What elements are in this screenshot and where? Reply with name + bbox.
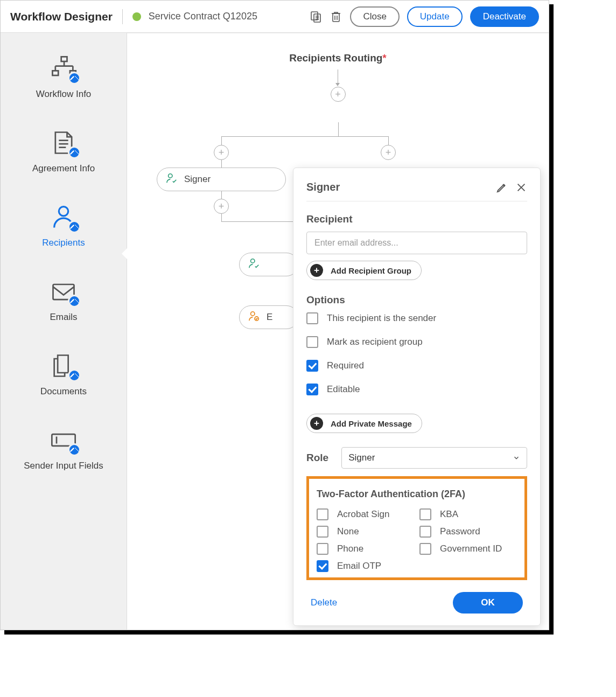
section-title: Recipients Routing* — [127, 52, 549, 64]
sidebar-item-label: Sender Input Fields — [24, 461, 103, 471]
add-node-button[interactable]: + — [381, 145, 396, 160]
svg-point-23 — [251, 259, 255, 262]
add-recipient-group-button[interactable]: + Add Recipient Group — [306, 261, 422, 280]
checkbox-icon — [306, 384, 318, 395]
checkbox-icon — [419, 508, 431, 520]
recipient-label: Recipient — [306, 213, 527, 225]
sidebar-item-emails[interactable]: Emails — [1, 277, 127, 323]
sidebar-item-documents[interactable]: Documents — [1, 352, 127, 397]
divider — [122, 9, 123, 24]
sidebar-item-agreement-info[interactable]: Agreement Info — [1, 129, 127, 174]
sidebar-item-label: Workflow Info — [36, 89, 92, 100]
pencil-badge-icon — [68, 443, 81, 456]
add-node-button[interactable]: + — [214, 145, 229, 160]
svg-rect-8 — [61, 57, 67, 61]
connector — [221, 136, 388, 137]
option-editable[interactable]: Editable — [306, 384, 527, 395]
checkbox-label: Acrobat Sign — [337, 509, 389, 520]
add-private-message-button[interactable]: + Add Private Message — [306, 414, 422, 433]
checkbox-label: Password — [440, 526, 480, 537]
sidebar: Workflow Info Agreement Info — [1, 33, 127, 630]
checkbox-label: Phone — [337, 543, 363, 554]
header-bar: Workflow Designer Service Contract Q1202… — [1, 1, 549, 33]
emails-icon — [50, 277, 78, 305]
tfa-phone[interactable]: Phone — [317, 543, 414, 555]
delete-link[interactable]: Delete — [311, 597, 337, 608]
chip-label: Add Private Message — [331, 419, 412, 428]
connector — [221, 221, 305, 222]
checkbox-label: None — [337, 526, 359, 537]
add-node-button[interactable]: + — [331, 87, 346, 102]
checkbox-icon — [317, 508, 328, 520]
active-pointer-icon — [122, 248, 127, 259]
role-value: Signer — [348, 452, 375, 463]
checkbox-icon — [317, 543, 328, 555]
edit-icon[interactable] — [496, 182, 508, 193]
checkbox-icon — [419, 543, 431, 555]
signer-orange-icon — [248, 310, 260, 325]
section-title-text: Recipients Routing — [289, 52, 382, 64]
update-button[interactable]: Update — [407, 6, 463, 27]
ok-button[interactable]: OK — [453, 592, 523, 614]
connector — [221, 214, 222, 221]
required-asterisk: * — [382, 52, 386, 64]
close-icon[interactable] — [515, 182, 527, 193]
checkbox-icon — [306, 312, 318, 324]
arrow-down-icon — [338, 69, 338, 86]
tfa-none[interactable]: None — [317, 526, 414, 538]
sidebar-item-sender-input[interactable]: Sender Input Fields — [1, 426, 127, 471]
sidebar-item-recipients[interactable]: Recipients — [1, 203, 127, 248]
close-button[interactable]: Close — [350, 6, 399, 27]
tfa-email-otp[interactable]: Email OTP — [317, 560, 414, 572]
copy-icon[interactable] — [309, 10, 322, 23]
svg-rect-5 — [333, 13, 339, 22]
recipient-email-input[interactable] — [306, 232, 527, 254]
sidebar-item-label: Recipients — [42, 238, 85, 248]
sidebar-item-label: Documents — [40, 386, 87, 397]
connector — [221, 191, 222, 199]
checkbox-icon — [306, 360, 318, 372]
option-required[interactable]: Required — [306, 360, 527, 372]
pencil-badge-icon — [68, 72, 81, 85]
signer-node[interactable]: Signer — [157, 168, 286, 191]
sender-input-icon — [50, 426, 78, 454]
tfa-title: Two-Factor Authentication (2FA) — [317, 489, 517, 500]
recipients-icon — [50, 203, 78, 231]
two-factor-auth-section: Two-Factor Authentication (2FA) Acrobat … — [306, 476, 527, 580]
pencil-badge-icon — [68, 220, 81, 233]
sidebar-item-workflow-info[interactable]: Workflow Info — [1, 54, 127, 100]
signer-node[interactable] — [239, 253, 298, 276]
checkbox-icon — [306, 336, 318, 348]
pencil-badge-icon — [68, 146, 81, 159]
checkbox-label: Mark as recipient group — [327, 337, 423, 347]
pencil-badge-icon — [68, 295, 81, 308]
checkbox-icon — [419, 526, 431, 538]
tfa-government-id[interactable]: Government ID — [419, 543, 517, 555]
sidebar-item-label: Emails — [50, 312, 77, 323]
document-title: Service Contract Q12025 — [149, 11, 257, 22]
connector — [338, 122, 339, 136]
trash-icon[interactable] — [330, 10, 342, 23]
node-label: Signer — [184, 174, 211, 185]
option-mark-group[interactable]: Mark as recipient group — [306, 336, 527, 348]
signer-icon — [166, 172, 178, 187]
svg-point-22 — [169, 173, 172, 177]
role-select[interactable]: Signer — [341, 447, 527, 469]
tfa-acrobat-sign[interactable]: Acrobat Sign — [317, 508, 414, 520]
plus-circle-icon: + — [310, 264, 323, 277]
tfa-password[interactable]: Password — [419, 526, 517, 538]
option-is-sender[interactable]: This recipient is the sender — [306, 312, 527, 324]
node-label: E — [267, 312, 272, 323]
checkbox-icon — [317, 560, 328, 572]
role-label: Role — [306, 452, 328, 464]
checkbox-label: Email OTP — [337, 561, 381, 571]
documents-icon — [50, 352, 78, 380]
expand-node[interactable]: E — [239, 305, 298, 329]
signer-icon — [248, 257, 260, 272]
deactivate-button[interactable]: Deactivate — [470, 6, 539, 27]
add-node-button[interactable]: + — [214, 199, 229, 214]
svg-point-18 — [59, 207, 68, 216]
tfa-kba[interactable]: KBA — [419, 508, 517, 520]
options-label: Options — [306, 294, 527, 306]
sidebar-item-label: Agreement Info — [32, 163, 95, 174]
